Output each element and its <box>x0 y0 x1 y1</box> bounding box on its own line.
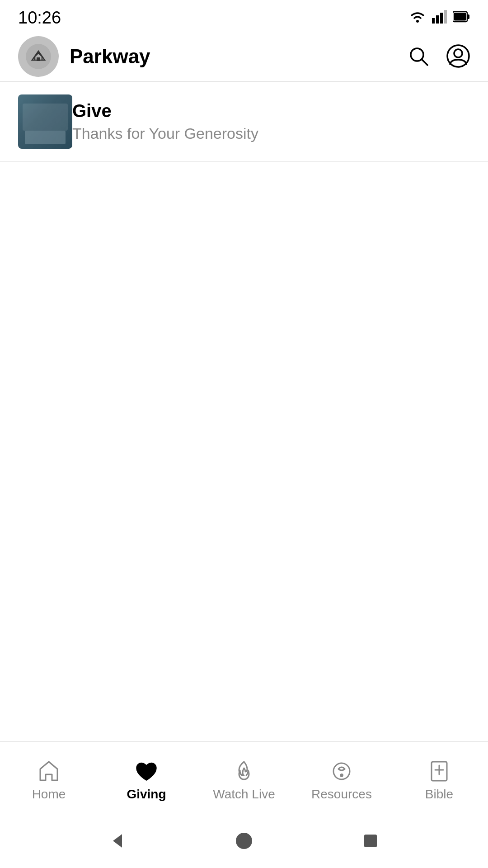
nav-label-home: Home <box>32 787 66 802</box>
home-button[interactable] <box>235 832 253 850</box>
system-nav <box>0 814 488 868</box>
svg-rect-3 <box>440 13 443 24</box>
app-header: Parkway <box>0 32 488 81</box>
svg-rect-9 <box>37 57 40 61</box>
app-title: Parkway <box>70 45 407 68</box>
status-bar: 10:26 <box>0 0 488 32</box>
svg-point-15 <box>341 774 343 776</box>
status-time: 10:26 <box>18 8 61 28</box>
search-button[interactable] <box>407 44 430 69</box>
status-icons <box>408 10 470 25</box>
bottom-nav: Home Giving Watch Live Resources B <box>0 741 488 814</box>
list-item-subtitle: Thanks for Your Generosity <box>72 125 470 142</box>
list-item[interactable]: Give Thanks for Your Generosity <box>0 82 488 162</box>
main-content <box>0 162 488 741</box>
battery-icon <box>453 11 470 24</box>
header-actions <box>407 44 470 69</box>
svg-rect-4 <box>444 10 447 24</box>
nav-item-giving[interactable]: Giving <box>98 759 195 802</box>
svg-rect-21 <box>364 835 377 847</box>
give-thumbnail <box>18 94 72 149</box>
svg-point-13 <box>454 49 462 57</box>
nav-label-giving: Giving <box>127 787 166 802</box>
nav-item-resources[interactable]: Resources <box>293 759 390 802</box>
nav-item-home[interactable]: Home <box>0 759 98 802</box>
signal-icon <box>432 10 447 25</box>
svg-point-20 <box>236 833 252 849</box>
nav-label-watch-live: Watch Live <box>213 787 275 802</box>
list-item-title: Give <box>72 101 470 121</box>
app-logo <box>18 36 59 77</box>
svg-rect-6 <box>467 14 469 19</box>
nav-item-bible[interactable]: Bible <box>390 759 488 802</box>
wifi-icon <box>408 10 427 25</box>
svg-line-11 <box>422 59 427 65</box>
svg-rect-1 <box>432 18 435 24</box>
nav-label-bible: Bible <box>425 787 453 802</box>
svg-marker-19 <box>113 834 122 848</box>
list-item-content: Give Thanks for Your Generosity <box>72 101 470 142</box>
back-button[interactable] <box>108 832 127 850</box>
nav-label-resources: Resources <box>311 787 372 802</box>
svg-point-0 <box>416 20 419 23</box>
svg-rect-2 <box>436 15 439 24</box>
svg-rect-7 <box>454 13 466 21</box>
nav-item-watch-live[interactable]: Watch Live <box>195 759 293 802</box>
svg-rect-8 <box>26 44 51 69</box>
profile-button[interactable] <box>446 44 470 69</box>
recents-button[interactable] <box>361 832 380 850</box>
